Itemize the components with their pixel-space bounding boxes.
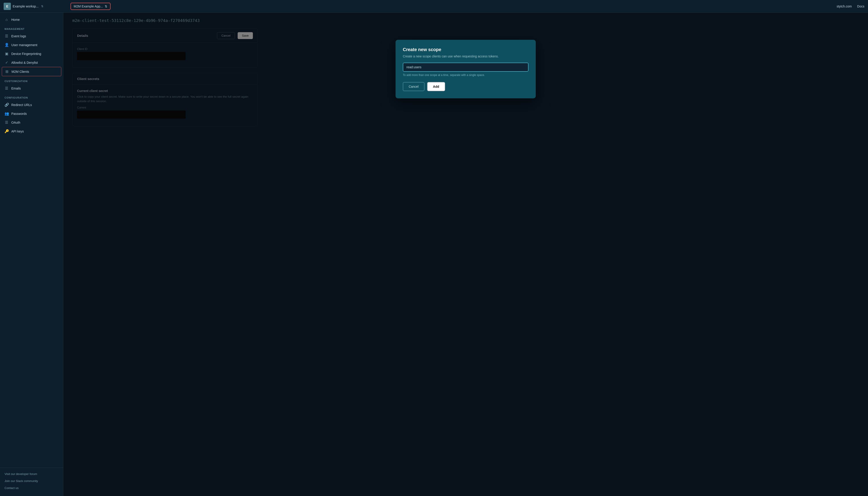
create-scope-modal: Create new scope Create a new scope clie… [396,40,536,98]
modal-overlay: Create new scope Create a new scope clie… [63,13,868,496]
sidebar-item-emails[interactable]: ☰ Emails [0,84,63,93]
sidebar-item-oauth[interactable]: ☰ OAuth [0,118,63,127]
main-layout: ⌂ Home MANAGEMENT ☰ Event logs 👤 User ma… [0,13,868,496]
workspace-name: Example worksp... [13,4,38,8]
sidebar-section-configuration: CONFIGURATION [0,93,63,100]
stytch-link[interactable]: stytch.com [837,4,852,8]
event-logs-icon: ☰ [4,34,9,38]
sidebar-item-event-logs[interactable]: ☰ Event logs [0,32,63,41]
app-selector-chevron-icon: ⇅ [105,4,107,8]
modal-add-button[interactable]: Add [427,82,445,91]
slack-community-link[interactable]: Join our Slack community [0,478,63,484]
topbar: E Example worksp... ⇅ M2M Example App...… [0,0,868,13]
modal-description: Create a new scope clients can use when … [403,55,528,58]
sidebar-item-emails-label: Emails [11,87,21,90]
home-icon: ⌂ [4,18,9,22]
device-fingerprinting-icon: ▣ [4,51,9,56]
sidebar-item-api-keys-label: API keys [11,129,24,133]
emails-icon: ☰ [4,86,9,90]
modal-actions: Cancel Add [403,82,528,91]
sidebar-item-redirect-urls[interactable]: 🔗 Redirect URLs [0,100,63,109]
sidebar-item-oauth-label: OAuth [11,121,20,124]
sidebar-item-allowlist-label: Allowlist & Denylist [11,61,38,64]
sidebar-footer: Visit our developer forum Join our Slack… [0,467,63,493]
sidebar-item-home[interactable]: ⌂ Home [0,15,63,24]
modal-title: Create new scope [403,47,528,52]
sidebar-item-api-keys[interactable]: 🔑 API keys [0,127,63,136]
workspace-chevron-icon: ⇅ [41,5,43,8]
sidebar-item-redirect-urls-label: Redirect URLs [11,103,32,107]
scope-hint: To add more than one scope at a time, se… [403,74,528,77]
sidebar-item-m2m-clients[interactable]: ⊞ M2M Clients [2,67,61,76]
app-selector-dropdown[interactable]: M2M Example App... ⇅ [70,3,111,10]
sidebar-item-m2m-clients-label: M2M Clients [12,70,29,74]
developer-forum-link[interactable]: Visit our developer forum [0,470,63,478]
app-selector-label: M2M Example App... [74,4,103,8]
api-keys-icon: 🔑 [4,129,9,134]
sidebar-section-customization: CUSTOMIZATION [0,76,63,84]
m2m-clients-icon: ⊞ [5,69,9,74]
sidebar-item-user-management-label: User management [11,43,37,47]
allowlist-icon: ✓ [4,60,9,65]
oauth-icon: ☰ [4,120,9,125]
contact-us-link[interactable]: Contact us [0,484,63,492]
sidebar-section-management: MANAGEMENT [0,24,63,32]
sidebar-item-allowlist-denylist[interactable]: ✓ Allowlist & Denylist [0,58,63,67]
sidebar-item-home-label: Home [11,18,20,21]
passwords-icon: 👥 [4,111,9,116]
workspace-icon: E [4,3,11,10]
sidebar-item-passwords-label: Passwords [11,112,27,115]
sidebar-item-device-fingerprinting-label: Device Fingerprinting [11,52,41,56]
sidebar-item-device-fingerprinting[interactable]: ▣ Device Fingerprinting [0,49,63,58]
redirect-urls-icon: 🔗 [4,103,9,107]
scope-input[interactable] [403,63,528,72]
docs-link[interactable]: Docs [857,4,864,8]
modal-cancel-button[interactable]: Cancel [403,82,425,91]
app-selector-area: M2M Example App... ⇅ [67,3,837,10]
user-management-icon: 👤 [4,43,9,47]
topbar-right: stytch.com Docs [837,4,864,8]
sidebar-item-user-management[interactable]: 👤 User management [0,41,63,49]
sidebar: ⌂ Home MANAGEMENT ☰ Event logs 👤 User ma… [0,13,63,496]
sidebar-item-passwords[interactable]: 👥 Passwords [0,109,63,118]
content-area: m2m-client-test-53112c8e-129e-4b96-974a-… [63,13,868,496]
sidebar-item-event-logs-label: Event logs [11,34,26,38]
workspace-selector[interactable]: E Example worksp... ⇅ [4,3,67,10]
